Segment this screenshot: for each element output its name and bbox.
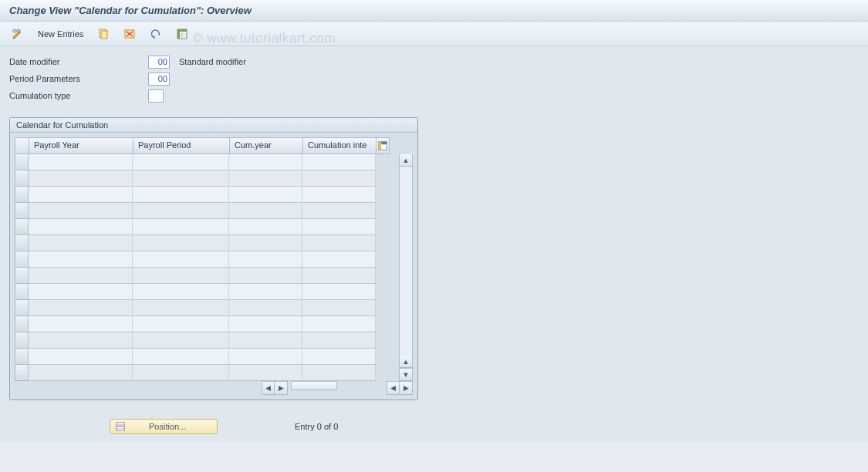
date-modifier-input[interactable] [148, 56, 170, 69]
svg-rect-12 [379, 142, 382, 150]
hscroll-thumb[interactable] [291, 381, 337, 390]
row-selector[interactable] [15, 235, 29, 251]
scroll-right-button[interactable]: ▶ [275, 382, 287, 394]
row-selector[interactable] [15, 219, 29, 235]
select-all-button[interactable] [171, 25, 194, 42]
title-bar: Change View "Calendar for Cumulation": O… [0, 0, 868, 22]
table-row [15, 170, 399, 187]
scroll-left-end-button[interactable]: ◀ [387, 382, 400, 394]
row-selector[interactable] [15, 284, 29, 300]
row-selector[interactable] [15, 365, 29, 381]
table-wrapper: Payroll Year Payroll Period Cum.year Cum… [10, 133, 417, 400]
undo-icon [150, 28, 162, 40]
table-row [15, 219, 399, 235]
row-selector[interactable] [15, 170, 29, 187]
pencil-glasses-icon [12, 28, 24, 40]
svg-rect-13 [381, 142, 387, 145]
page-title: Change View "Calendar for Cumulation": O… [9, 5, 859, 16]
date-modifier-desc: Standard modifier [179, 57, 246, 66]
cumulation-type-label: Cumulation type [9, 91, 148, 100]
position-label: Position... [149, 422, 186, 431]
table-row [15, 300, 399, 316]
row-selector[interactable] [15, 349, 29, 365]
scroll-down-button[interactable]: ▼ [400, 368, 412, 380]
copy-button[interactable] [92, 25, 115, 42]
col-payroll-year[interactable]: Payroll Year [29, 137, 133, 154]
table-row [15, 365, 399, 381]
row-selector[interactable] [15, 300, 29, 316]
toggle-edit-button[interactable] [6, 25, 29, 42]
table-config-button[interactable] [376, 137, 390, 154]
table-row [15, 284, 399, 300]
col-cum-year[interactable]: Cum.year [229, 137, 302, 154]
table-row [15, 349, 399, 365]
new-entries-label: New Entries [38, 29, 83, 39]
toolbar: New Entries [0, 22, 868, 46]
undo-button[interactable] [144, 25, 167, 42]
scroll-left-button[interactable]: ◀ [262, 382, 275, 394]
col-payroll-period[interactable]: Payroll Period [133, 137, 229, 154]
row-selector[interactable] [15, 332, 29, 349]
horizontal-scrollbar: ◀ ▶ ◀ ▶ [15, 381, 413, 395]
position-icon [115, 421, 126, 432]
grid: Payroll Year Payroll Period Cum.year Cum… [15, 137, 413, 395]
field-period-parameters: Period Parameters [9, 71, 859, 86]
copy-icon [97, 28, 110, 40]
table-row [15, 235, 399, 251]
new-entries-button[interactable]: New Entries [32, 25, 89, 42]
scroll-track[interactable] [400, 167, 412, 356]
col-cum-inte[interactable]: Cumulation inte [302, 137, 376, 154]
row-selector[interactable] [15, 251, 29, 268]
svg-rect-15 [117, 425, 125, 427]
vertical-scrollbar[interactable]: ▲ ▲ ▼ [399, 154, 413, 381]
panel-title: Calendar for Cumulation [10, 118, 417, 133]
table-panel: Calendar for Cumulation Payroll Year Pay… [9, 117, 418, 400]
table-config-icon [377, 140, 388, 151]
table-row [15, 203, 399, 219]
row-selector[interactable] [15, 268, 29, 284]
entry-counter: Entry 0 of 0 [295, 422, 338, 431]
main-content: Date modifier Standard modifier Period P… [0, 46, 868, 442]
scroll-up2-button[interactable]: ▲ [400, 356, 412, 368]
field-date-modifier: Date modifier Standard modifier [9, 54, 859, 69]
table-row [15, 187, 399, 203]
field-cumulation-type: Cumulation type [9, 88, 859, 103]
header-fields: Date modifier Standard modifier Period P… [9, 54, 859, 103]
scroll-right-end-button[interactable]: ▶ [400, 382, 412, 394]
row-selector[interactable] [15, 154, 29, 170]
row-selector[interactable] [15, 187, 29, 203]
period-parameters-input[interactable] [148, 72, 170, 86]
row-selector[interactable] [15, 316, 29, 332]
table-row [15, 154, 399, 170]
grid-header: Payroll Year Payroll Period Cum.year Cum… [15, 137, 413, 154]
footer: Position... Entry 0 of 0 [9, 419, 859, 434]
svg-point-0 [13, 29, 16, 32]
table-select-icon [176, 28, 188, 40]
table-row [15, 251, 399, 268]
delete-button[interactable] [118, 25, 141, 42]
table-row [15, 332, 399, 349]
date-modifier-label: Date modifier [9, 57, 148, 66]
table-row [15, 268, 399, 284]
cumulation-type-input[interactable] [148, 89, 164, 103]
period-parameters-label: Period Parameters [9, 74, 148, 83]
select-all-cell[interactable] [15, 137, 29, 154]
scroll-up-button[interactable]: ▲ [400, 154, 412, 167]
position-button[interactable]: Position... [110, 419, 218, 434]
svg-rect-3 [101, 31, 107, 39]
delete-icon [123, 28, 136, 40]
grid-body: ▲ ▲ ▼ [15, 154, 413, 381]
table-row [15, 316, 399, 332]
row-selector[interactable] [15, 203, 29, 219]
